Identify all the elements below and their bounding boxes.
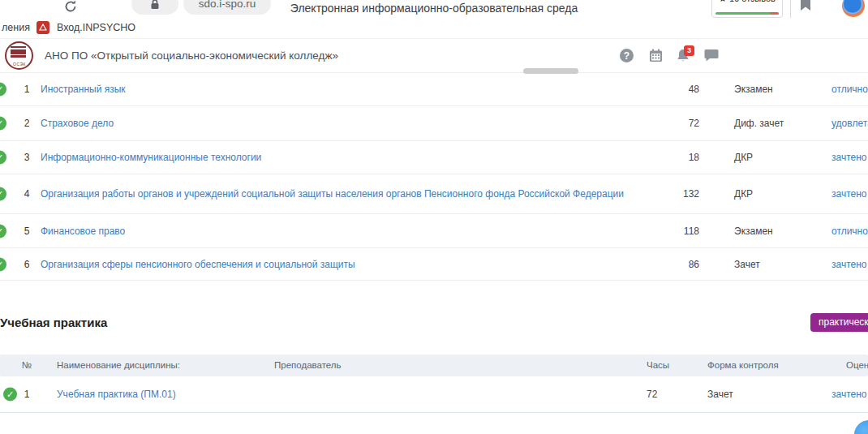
bookmarks-bar: ления Вход.INPSYCHO (0, 18, 868, 39)
status-check-icon: ✓ (0, 187, 6, 201)
reviews-label: ★ 19 отзывов (712, 0, 782, 4)
hours-value: 86 (672, 259, 699, 270)
grade-link[interactable]: отлично (831, 226, 868, 237)
reviews-rating-bar (715, 12, 779, 15)
discipline-link[interactable]: Страховое дело (41, 116, 657, 131)
college-logo-emblem (11, 46, 26, 58)
bookmark-icon[interactable] (800, 0, 811, 15)
browser-chrome: sdo.i-spo.ru Электронная информационно-о… (0, 0, 868, 18)
discipline-link[interactable]: Информационно-коммуникационные технологи… (41, 150, 657, 165)
row-number: 6 (19, 259, 34, 270)
col-teacher: Преподаватель (274, 355, 342, 376)
grade-link[interactable]: удовлетворительно (831, 118, 868, 129)
row-number: 1 (19, 84, 34, 95)
table-row: ✓ 6 Организация сферы пенсионного обеспе… (0, 248, 868, 281)
grade-link[interactable]: отлично (831, 84, 868, 95)
practice-table-header: № Наименование дисциплины: Преподаватель… (0, 355, 868, 376)
reviews-extension-button[interactable]: ★ 19 отзывов (711, 0, 783, 18)
control-form: Зачет (707, 389, 733, 400)
table-row: ✓ 4 Организация работы органов и учрежде… (0, 174, 868, 214)
row-number: 5 (19, 226, 34, 237)
control-form: Экзамен (734, 226, 773, 237)
row-number: 1 (19, 389, 34, 400)
grade-link[interactable]: зачтено (831, 188, 867, 200)
college-name: АНО ПО «Открытый социально-экономический… (45, 49, 338, 62)
status-check-icon: ✓ (0, 224, 6, 238)
control-form: ДКР (734, 188, 753, 200)
row-number: 4 (19, 188, 34, 200)
hours-value: 48 (672, 84, 699, 95)
status-check-icon: ✓ (0, 117, 6, 131)
row-number: 2 (19, 118, 34, 129)
control-form: Диф. зачет (734, 118, 784, 129)
hours-value: 18 (672, 152, 699, 163)
discipline-link[interactable]: Иностранный язык (41, 82, 657, 97)
table-row: ✓ 2 Страховое дело 72 Диф. зачет удовлет… (0, 106, 868, 141)
help-icon[interactable]: ? (620, 49, 634, 62)
toolbar-divider (790, 0, 791, 18)
college-logo-caption: ОСЭК (13, 62, 26, 67)
bookmark-item-inpsycho[interactable]: Вход.INPSYCHO (57, 22, 135, 33)
college-logo[interactable]: ОСЭК (5, 41, 33, 70)
table-row: ✓ 5 Финансовое право 118 Экзамен отлично (0, 214, 868, 248)
practice-section-header: Учебная практика практическое (0, 313, 868, 336)
section-title: Учебная практика (0, 316, 107, 329)
chat-icon[interactable] (704, 49, 719, 65)
discipline-link[interactable]: Учебная практика (ПМ.01) (57, 389, 176, 400)
calendar-icon[interactable] (649, 49, 663, 66)
grade-link[interactable]: зачтено (831, 152, 867, 163)
table-row: ✓ 1 Иностранный язык 48 Экзамен отлично (0, 73, 868, 106)
status-check-icon: ✓ (0, 83, 6, 97)
hours-value: 72 (672, 118, 699, 129)
status-check-icon: ✓ (0, 151, 6, 165)
table-row: ✓ 3 Информационно-коммуникационные техно… (0, 141, 868, 174)
support-chat-fab[interactable] (854, 420, 868, 434)
grade-link[interactable]: зачтено (831, 259, 867, 270)
status-check-icon: ✓ (0, 257, 6, 271)
control-form: ДКР (734, 152, 753, 163)
table-row: ✓ 1 Учебная практика (ПМ.01) 72 Зачет за… (0, 376, 868, 413)
status-check-icon: ✓ (3, 388, 17, 402)
bookmark-favicon (37, 21, 49, 34)
notifications-bell-icon[interactable]: 3 (677, 49, 690, 66)
hours-value: 132 (672, 188, 699, 200)
col-discipline: Наименование дисциплины: (57, 355, 180, 376)
discipline-link[interactable]: Организация работы органов и учреждений … (41, 187, 657, 201)
col-hours: Часы (647, 355, 669, 376)
control-form: Зачет (734, 259, 760, 270)
practice-type-badge: практическое (810, 313, 868, 332)
practice-table: № Наименование дисциплины: Преподаватель… (0, 355, 868, 413)
col-grade: Оценка (846, 355, 868, 376)
site-header: ОСЭК АНО ПО «Открытый социально-экономич… (0, 39, 868, 73)
notification-count-badge: 3 (684, 45, 694, 56)
row-number: 3 (19, 152, 34, 163)
discipline-link[interactable]: Организация сферы пенсионного обеспечени… (41, 257, 657, 272)
grades-table: ✓ 1 Иностранный язык 48 Экзамен отлично … (0, 73, 868, 281)
bookmark-item-cut[interactable]: ления (2, 22, 30, 33)
grade-link[interactable]: зачтено (831, 389, 867, 400)
hours-value: 72 (647, 389, 657, 400)
col-number: № (19, 355, 34, 376)
hours-value: 118 (672, 226, 699, 237)
control-form: Экзамен (734, 84, 773, 95)
col-control: Форма контроля (707, 355, 779, 376)
discipline-link[interactable]: Финансовое право (41, 224, 657, 238)
